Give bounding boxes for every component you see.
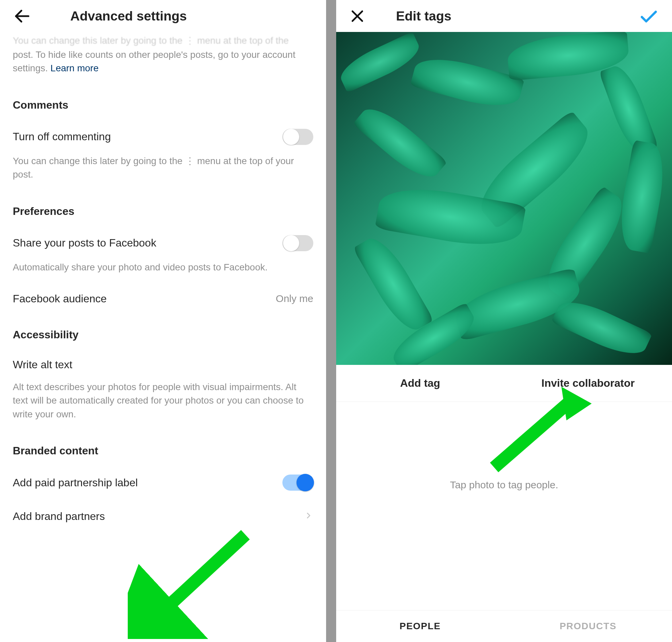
turn-off-commenting-toggle[interactable] xyxy=(282,129,313,145)
confirm-button[interactable] xyxy=(638,6,659,27)
annotation-arrow-left xyxy=(128,525,256,639)
panel-divider xyxy=(326,0,336,642)
section-comments: Comments xyxy=(13,99,313,111)
svg-line-6 xyxy=(494,400,571,467)
turn-off-commenting-label: Turn off commenting xyxy=(13,130,111,143)
turn-off-commenting-row: Turn off commenting xyxy=(13,129,313,145)
close-button[interactable] xyxy=(349,8,366,25)
chevron-right-icon xyxy=(304,508,313,524)
svg-marker-3 xyxy=(138,600,178,635)
header-left: Advanced settings xyxy=(0,0,326,32)
tag-buttons-row: Add tag Invite collaborator xyxy=(336,365,672,402)
paid-partnership-label: Add paid partnership label xyxy=(13,477,138,489)
tap-photo-hint: Tap photo to tag people. xyxy=(336,479,672,491)
add-brand-partners-label: Add brand partners xyxy=(13,510,105,523)
add-brand-partners-row[interactable]: Add brand partners xyxy=(13,508,313,524)
share-to-facebook-row: Share your posts to Facebook xyxy=(13,235,313,251)
like-count-help-text: You can change this later by going to th… xyxy=(0,34,326,75)
write-alt-text-label: Write alt text xyxy=(13,359,72,371)
commenting-help-text: You can change this later by going to th… xyxy=(13,154,313,182)
section-branded-content: Branded content xyxy=(13,445,313,457)
share-to-facebook-help: Automatically share your photo and video… xyxy=(13,261,313,274)
facebook-audience-label: Facebook audience xyxy=(13,293,106,305)
back-button[interactable] xyxy=(13,7,31,26)
write-alt-text-row[interactable]: Write alt text xyxy=(13,359,313,371)
facebook-audience-row[interactable]: Facebook audience Only me xyxy=(13,293,313,305)
page-title-right: Edit tags xyxy=(396,9,451,24)
share-to-facebook-label: Share your posts to Facebook xyxy=(13,237,156,249)
alt-text-help: Alt text describes your photos for peopl… xyxy=(13,380,313,421)
bottom-tabs: PEOPLE PRODUCTS xyxy=(336,610,672,642)
tab-people[interactable]: PEOPLE xyxy=(336,611,504,642)
edit-tags-panel: Edit tags Add tag Invite collaborator Ta… xyxy=(336,0,672,642)
advanced-settings-panel: Advanced settings You can change this la… xyxy=(0,0,326,642)
paid-partnership-row: Add paid partnership label xyxy=(13,475,313,491)
invite-collaborator-button[interactable]: Invite collaborator xyxy=(504,365,672,401)
page-title-left: Advanced settings xyxy=(70,9,187,24)
facebook-audience-value: Only me xyxy=(276,293,313,304)
share-to-facebook-toggle[interactable] xyxy=(282,235,313,251)
tab-products[interactable]: PRODUCTS xyxy=(504,611,672,642)
learn-more-link[interactable]: Learn more xyxy=(50,63,99,73)
section-accessibility: Accessibility xyxy=(13,329,313,341)
svg-line-2 xyxy=(155,535,245,619)
post-photo[interactable] xyxy=(336,32,672,365)
add-tag-button[interactable]: Add tag xyxy=(336,365,504,401)
header-right: Edit tags xyxy=(336,0,672,32)
section-preferences: Preferences xyxy=(13,205,313,218)
paid-partnership-toggle[interactable] xyxy=(282,475,313,491)
